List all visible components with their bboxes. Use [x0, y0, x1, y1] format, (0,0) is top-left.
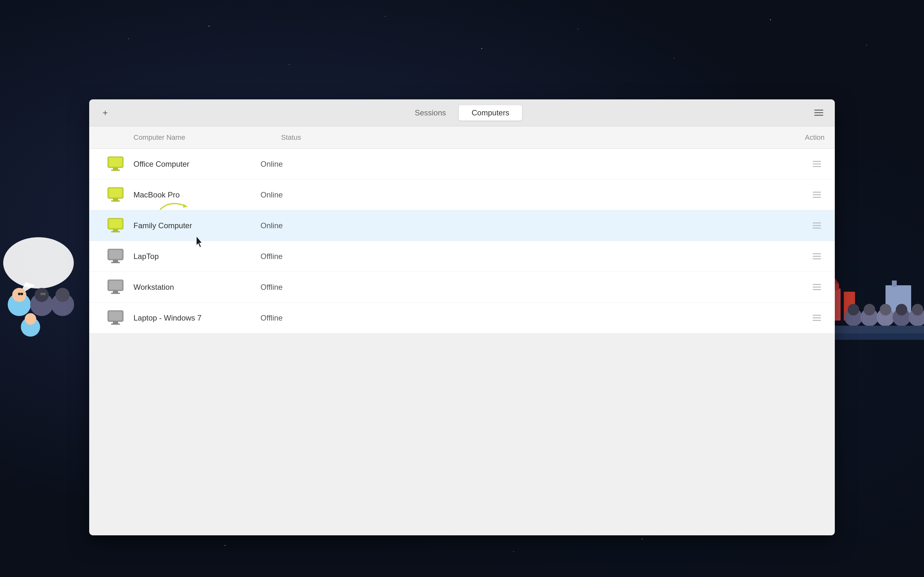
toolbar: + Sessions Computers	[89, 99, 835, 126]
svg-rect-33	[109, 158, 122, 166]
computer-icon	[105, 246, 126, 267]
row-action-button[interactable]	[810, 189, 824, 200]
svg-point-23	[864, 304, 875, 316]
row-action-button[interactable]	[810, 220, 824, 231]
menu-bar-2	[814, 112, 823, 113]
table-header: Computer Name Status Action	[89, 126, 835, 149]
svg-rect-50	[113, 291, 118, 293]
svg-point-12	[40, 293, 43, 295]
svg-rect-31	[821, 334, 924, 340]
row-status: Offline	[260, 252, 376, 261]
menu-button[interactable]	[813, 107, 825, 119]
row-action-button[interactable]	[810, 251, 824, 262]
svg-rect-51	[111, 293, 120, 294]
table-row[interactable]: Office Computer Online	[89, 149, 835, 179]
svg-rect-43	[111, 231, 120, 232]
svg-rect-49	[109, 281, 122, 290]
row-computer-name: Laptop - Windows 7	[134, 314, 260, 322]
svg-point-29	[912, 304, 923, 316]
row-status: Offline	[260, 314, 376, 322]
table-body: Office Computer Online MacBook	[89, 149, 835, 334]
svg-rect-53	[109, 311, 122, 320]
table-row[interactable]: Family Computer Online	[89, 210, 835, 241]
menu-bar-1	[814, 110, 823, 111]
row-action-button[interactable]	[810, 312, 824, 324]
svg-point-9	[25, 313, 36, 325]
svg-rect-41	[109, 219, 122, 228]
column-header-status: Status	[281, 133, 397, 142]
computer-icon	[105, 154, 126, 174]
right-decoration	[821, 224, 924, 340]
table-row[interactable]: LapTop Offline	[89, 241, 835, 272]
svg-rect-46	[113, 260, 118, 262]
svg-rect-39	[111, 200, 120, 201]
computer-icon	[105, 215, 126, 236]
row-action-button[interactable]	[810, 282, 824, 293]
row-status: Online	[260, 221, 376, 230]
row-computer-name: Workstation	[134, 283, 260, 292]
svg-rect-37	[109, 189, 122, 197]
column-header-name: Computer Name	[134, 133, 281, 142]
computer-icon	[105, 185, 126, 205]
svg-point-11	[21, 293, 23, 295]
add-button[interactable]: +	[99, 107, 111, 119]
svg-point-7	[55, 288, 69, 302]
svg-point-10	[18, 293, 21, 295]
svg-rect-42	[113, 229, 118, 231]
svg-point-27	[896, 304, 907, 316]
tab-sessions[interactable]: Sessions	[402, 105, 459, 121]
row-status: Online	[260, 160, 376, 169]
svg-rect-47	[111, 262, 120, 263]
svg-point-25	[880, 304, 891, 316]
row-computer-name: Family Computer	[134, 221, 260, 230]
svg-rect-54	[113, 322, 118, 324]
row-status: Offline	[260, 283, 376, 292]
svg-rect-35	[111, 169, 120, 171]
tab-computers[interactable]: Computers	[459, 105, 522, 121]
computer-icon	[105, 277, 126, 298]
table-row[interactable]: Laptop - Windows 7 Offline	[89, 303, 835, 334]
row-status: Online	[260, 190, 376, 199]
row-computer-name: LapTop	[134, 252, 260, 261]
table-row[interactable]: MacBook Pro Online	[89, 179, 835, 210]
tab-group: Sessions Computers	[402, 105, 522, 121]
menu-bar-3	[814, 115, 823, 116]
computer-icon	[105, 308, 126, 328]
svg-rect-38	[113, 198, 118, 200]
main-window: + Sessions Computers Computer Name Statu…	[89, 99, 835, 535]
row-computer-name: Office Computer	[134, 160, 260, 169]
svg-rect-19	[892, 280, 897, 287]
column-header-action: Action	[805, 133, 825, 142]
svg-rect-34	[113, 168, 118, 169]
svg-point-21	[848, 304, 859, 316]
svg-rect-55	[111, 324, 120, 325]
svg-rect-45	[109, 250, 122, 259]
row-computer-name: MacBook Pro	[134, 190, 260, 199]
svg-point-0	[3, 237, 74, 288]
svg-point-13	[43, 293, 45, 295]
left-decoration	[0, 218, 90, 340]
row-action-button[interactable]	[810, 158, 824, 169]
table-row[interactable]: Workstation Offline	[89, 272, 835, 303]
